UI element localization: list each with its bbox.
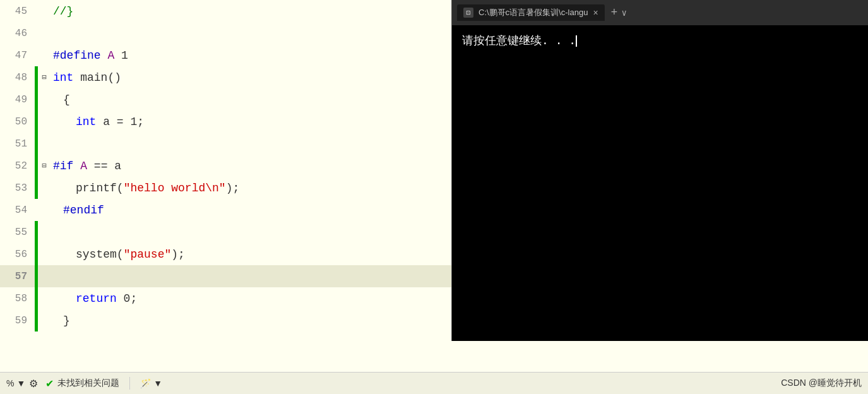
line-number-47: 47 (0, 50, 35, 61)
code-content-53: printf("hello world\n"); (51, 182, 239, 194)
gutter-bar-49 (35, 88, 38, 110)
line-number-52: 52 (0, 160, 35, 172)
code-content-47: #define A 1 (51, 49, 128, 62)
code-content-54: #endif (51, 204, 104, 217)
status-no-issues: ✔ 未找到相关问题 (45, 378, 119, 390)
code-content-52: #if A == a (51, 160, 121, 172)
terminal-tab-icon: ⊡ (463, 8, 473, 18)
terminal-output-text: 请按任意键继续. . . (462, 33, 576, 47)
terminal-cursor (576, 35, 577, 47)
code-content-50: int a = 1; (51, 116, 144, 128)
gutter-bar-58 (35, 287, 38, 309)
no-issues-label: 未找到相关问题 (57, 378, 119, 389)
line-number-56: 56 (0, 249, 35, 260)
line-number-46: 46 (0, 28, 35, 39)
main-area: 45 //} 46 47 #define A 1 48 (0, 0, 868, 372)
status-wand: 🪄 ▼ (140, 378, 162, 388)
check-icon: ✔ (45, 378, 54, 390)
zoom-label: % (6, 378, 14, 388)
terminal-titlebar: ⊡ C:\鹏哥c语言暑假集训\c-langu × + ∨ (452, 0, 868, 25)
zoom-dropdown-icon[interactable]: ▼ (16, 378, 25, 388)
code-content-45: //} (51, 5, 73, 18)
gutter-bar-50 (35, 110, 38, 133)
terminal-add-button[interactable]: + (611, 6, 618, 19)
code-content-58: return 0; (51, 292, 137, 305)
terminal-tab-label: C:\鹏哥c语言暑假集训\c-langu (479, 7, 588, 18)
code-content-59: } (51, 314, 70, 327)
gutter-bar-56 (35, 243, 38, 265)
wand-dropdown-icon[interactable]: ▼ (153, 378, 162, 388)
code-content-56: system("pause"); (51, 248, 185, 261)
line-number-50: 50 (0, 116, 35, 128)
code-editor: 45 //} 46 47 #define A 1 48 (0, 0, 868, 372)
gutter-bar-57 (35, 265, 38, 287)
gutter-bar-55 (35, 221, 38, 243)
terminal-body[interactable]: 请按任意键继续. . . (452, 25, 868, 341)
line-number-57: 57 (0, 271, 35, 282)
terminal-output: 请按任意键继续. . . (462, 33, 858, 48)
gutter-bar-51 (35, 133, 38, 155)
terminal-close-button[interactable]: × (593, 8, 598, 18)
settings-icon[interactable]: ⚙ (29, 378, 38, 390)
line-number-48: 48 (0, 72, 35, 83)
status-bar: % ▼ ⚙ ✔ 未找到相关问题 🪄 ▼ CSDN @睡觉待开机 (0, 372, 868, 394)
line-number-45: 45 (0, 6, 35, 17)
gutter-bar-59 (35, 309, 38, 331)
terminal-chevron-icon[interactable]: ∨ (621, 8, 626, 18)
line-number-59: 59 (0, 315, 35, 326)
code-content-49: { (51, 93, 70, 106)
collapse-48[interactable]: ⊟ (38, 73, 51, 82)
code-content-48: int main() (51, 71, 121, 84)
wand-icon[interactable]: 🪄 (140, 378, 151, 388)
terminal-tab[interactable]: ⊡ C:\鹏哥c语言暑假集训\c-langu × (457, 4, 605, 21)
line-number-58: 58 (0, 293, 35, 304)
line-number-55: 55 (0, 227, 35, 238)
line-number-53: 53 (0, 182, 35, 194)
collapse-52[interactable]: ⊟ (38, 161, 51, 170)
status-divider (129, 377, 130, 390)
terminal-panel: ⊡ C:\鹏哥c语言暑假集训\c-langu × + ∨ 请按任意键继续. . … (451, 0, 868, 341)
status-zoom: % ▼ ⚙ (6, 378, 38, 390)
line-number-51: 51 (0, 138, 35, 150)
status-watermark: CSDN @睡觉待开机 (781, 378, 862, 389)
gutter-bar-53 (35, 177, 38, 199)
line-number-54: 54 (0, 205, 35, 216)
line-number-49: 49 (0, 94, 35, 105)
